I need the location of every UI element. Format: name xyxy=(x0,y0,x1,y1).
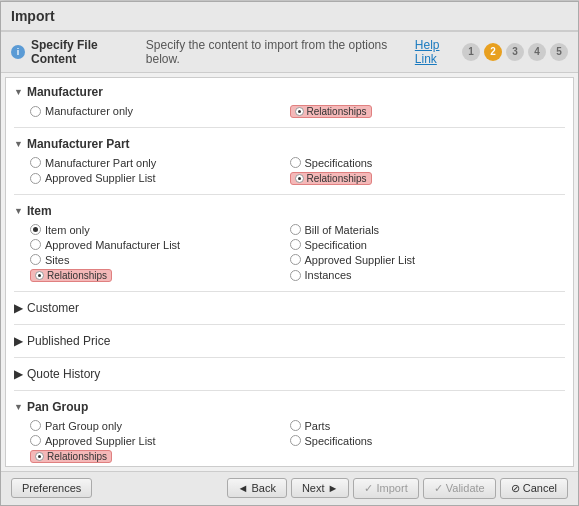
badge-relationships[interactable]: Relationships xyxy=(290,105,372,118)
option-item-spec[interactable]: Specification xyxy=(290,238,550,252)
option-label: Specifications xyxy=(305,435,373,447)
radio-pg-specs[interactable] xyxy=(290,435,301,446)
part-group-header[interactable]: ▼ Pan Group xyxy=(14,397,565,417)
option-manufacturer-only[interactable]: Manufacturer only xyxy=(30,104,290,119)
option-item-sites[interactable]: Sites xyxy=(30,253,290,267)
option-label: Approved Supplier List xyxy=(45,435,156,447)
radio-item-aml[interactable] xyxy=(30,239,41,250)
radio-item-bom[interactable] xyxy=(290,224,301,235)
radio-pg-parts[interactable] xyxy=(290,420,301,431)
radio-mp-asl[interactable] xyxy=(30,173,41,184)
radio-item-asl[interactable] xyxy=(290,254,301,265)
option-label: Sites xyxy=(45,254,69,266)
category-item: ▼ Item Item only Bill of Materials Appro… xyxy=(6,197,573,289)
option-label: Approved Supplier List xyxy=(45,172,156,184)
expand-arrow: ▼ xyxy=(14,139,23,149)
radio-item-instances[interactable] xyxy=(290,270,301,281)
validate-button[interactable]: ✓ Validate xyxy=(423,478,496,499)
option-manufacturer-relationships[interactable]: Relationships xyxy=(290,104,550,119)
option-pg-asl[interactable]: Approved Supplier List xyxy=(30,434,290,448)
cancel-button[interactable]: ⊘ Cancel xyxy=(500,478,568,499)
category-manufacturer-part: ▼ Manufacturer Part Manufacturer Part on… xyxy=(6,130,573,192)
category-published-price: ▶ Published Price xyxy=(6,327,573,355)
option-item-aml[interactable]: Approved Manufacturer List xyxy=(30,238,290,252)
manufacturer-part-label: Manufacturer Part xyxy=(27,137,130,151)
radio-item-only[interactable] xyxy=(30,224,41,235)
radio-item-relationships[interactable] xyxy=(35,271,44,280)
category-customer: ▶ Customer xyxy=(6,294,573,322)
published-price-header[interactable]: ▶ Published Price xyxy=(14,331,565,351)
manufacturer-header[interactable]: ▼ Manufacturer xyxy=(14,82,565,102)
preferences-button[interactable]: Preferences xyxy=(11,478,92,498)
radio-pg-asl[interactable] xyxy=(30,435,41,446)
radio-mp-only[interactable] xyxy=(30,157,41,168)
item-label: Item xyxy=(27,204,52,218)
option-label: Approved Manufacturer List xyxy=(45,239,180,251)
radio-manufacturer-only[interactable] xyxy=(30,106,41,117)
option-label: Specifications xyxy=(305,157,373,169)
option-label: Item only xyxy=(45,224,90,236)
footer-right: ◄ Back Next ► ✓ Import ✓ Validate ⊘ Canc… xyxy=(227,478,569,499)
radio-item-sites[interactable] xyxy=(30,254,41,265)
step-2: 2 xyxy=(484,43,502,61)
option-label: Instances xyxy=(305,269,352,281)
step-4: 4 xyxy=(528,43,546,61)
option-mp-asl[interactable]: Approved Supplier List xyxy=(30,171,290,186)
radio-pg-only[interactable] xyxy=(30,420,41,431)
published-price-label: Published Price xyxy=(27,334,110,348)
option-item-only[interactable]: Item only xyxy=(30,223,290,237)
option-item-relationships[interactable]: Relationships xyxy=(30,268,290,283)
option-label: Approved Supplier List xyxy=(305,254,416,266)
option-pg-relationships[interactable]: Relationships xyxy=(30,449,290,464)
radio-pg-relationships[interactable] xyxy=(35,452,44,461)
customer-header[interactable]: ▶ Customer xyxy=(14,298,565,318)
radio-item-spec[interactable] xyxy=(290,239,301,250)
badge-mp-relationships[interactable]: Relationships xyxy=(290,172,372,185)
option-label: Parts xyxy=(305,420,331,432)
radio-mp-relationships[interactable] xyxy=(295,174,304,183)
badge-item-relationships[interactable]: Relationships xyxy=(30,269,112,282)
radio-mp-specs[interactable] xyxy=(290,157,301,168)
item-header[interactable]: ▼ Item xyxy=(14,201,565,221)
option-pg-only[interactable]: Part Group only xyxy=(30,419,290,433)
option-item-bom[interactable]: Bill of Materials xyxy=(290,223,550,237)
option-mp-specs[interactable]: Specifications xyxy=(290,156,550,170)
step-indicators: 1 2 3 4 5 xyxy=(462,43,568,61)
option-pg-empty xyxy=(290,449,550,464)
manufacturer-part-options: Manufacturer Part only Specifications Ap… xyxy=(14,154,565,188)
option-pg-parts[interactable]: Parts xyxy=(290,419,550,433)
footer-left: Preferences xyxy=(11,478,92,498)
collapse-arrow: ▶ xyxy=(14,367,23,381)
option-mp-only[interactable]: Manufacturer Part only xyxy=(30,156,290,170)
option-item-asl[interactable]: Approved Supplier List xyxy=(290,253,550,267)
option-item-instances[interactable]: Instances xyxy=(290,268,550,283)
content-area: ▼ Manufacturer Manufacturer only Relatio… xyxy=(5,77,574,467)
info-icon: i xyxy=(11,45,25,59)
radio-relationships[interactable] xyxy=(295,107,304,116)
section-title: Specify File Content xyxy=(31,38,140,66)
step-5: 5 xyxy=(550,43,568,61)
option-mp-relationships[interactable]: Relationships xyxy=(290,171,550,186)
expand-arrow: ▼ xyxy=(14,206,23,216)
option-pg-specs[interactable]: Specifications xyxy=(290,434,550,448)
option-label: Part Group only xyxy=(45,420,122,432)
customer-label: Customer xyxy=(27,301,79,315)
category-manufacturer: ▼ Manufacturer Manufacturer only Relatio… xyxy=(6,78,573,125)
manufacturer-options: Manufacturer only Relationships xyxy=(14,102,565,121)
back-button[interactable]: ◄ Back xyxy=(227,478,287,498)
part-group-label: Pan Group xyxy=(27,400,88,414)
window-title: Import xyxy=(1,2,578,31)
section-header: i Specify File Content Specify the conte… xyxy=(1,31,578,73)
part-group-options: Part Group only Parts Approved Supplier … xyxy=(14,417,565,466)
quote-history-header[interactable]: ▶ Quote History xyxy=(14,364,565,384)
step-1: 1 xyxy=(462,43,480,61)
import-button[interactable]: ✓ Import xyxy=(353,478,418,499)
info-text: Specify the content to import from the o… xyxy=(146,38,409,66)
manufacturer-part-header[interactable]: ▼ Manufacturer Part xyxy=(14,134,565,154)
manufacturer-label: Manufacturer xyxy=(27,85,103,99)
help-link[interactable]: Help Link xyxy=(415,38,462,66)
category-quote-history: ▶ Quote History xyxy=(6,360,573,388)
next-button[interactable]: Next ► xyxy=(291,478,350,498)
badge-pg-relationships[interactable]: Relationships xyxy=(30,450,112,463)
category-part-group: ▼ Pan Group Part Group only Parts Approv… xyxy=(6,393,573,467)
